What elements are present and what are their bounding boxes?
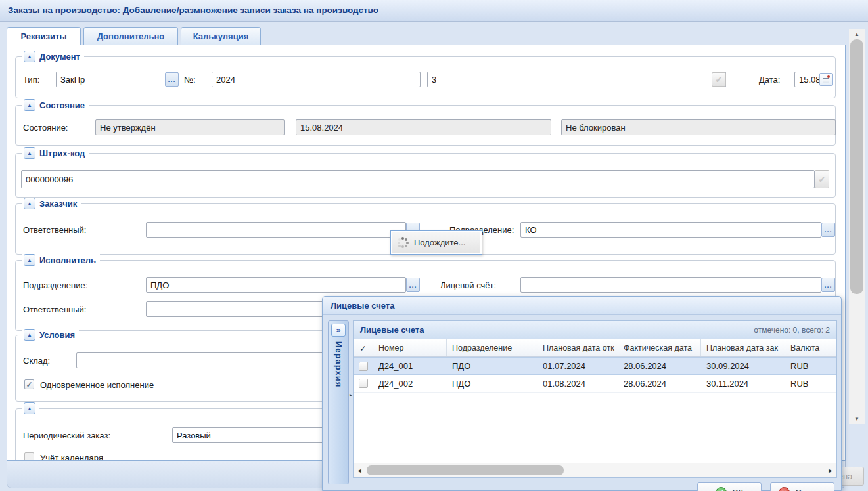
section-state: ▲ Состояние Состояние:	[15, 105, 836, 146]
section-barcode-title: Штрих-код	[39, 148, 85, 158]
executor-account-label: Лицевой счёт:	[440, 280, 496, 290]
tab-requisites[interactable]: Реквизиты	[7, 27, 81, 45]
section-customer-title: Заказчик	[39, 199, 77, 209]
number-year-input[interactable]	[212, 72, 421, 87]
splitter-handle-icon[interactable]: ▸	[350, 392, 352, 398]
table-header-row: ✓ Номер Подразделение Плановая дата отк …	[354, 339, 836, 357]
section-conditions-title: Условия	[39, 330, 75, 340]
vertical-scrollbar[interactable]: ▲ ▼	[849, 29, 865, 424]
accounts-grid: Лицевые счета отмечено: 0, всего: 2 ✓ Но…	[353, 320, 837, 478]
collapse-icon[interactable]: ▲	[24, 51, 35, 62]
simultaneous-checkbox[interactable]: ✓	[24, 379, 34, 389]
state-date-field	[296, 119, 551, 135]
column-currency[interactable]: Валюта	[785, 339, 836, 356]
customer-responsible-label: Ответственный:	[23, 225, 86, 235]
accounts-grid-header: Лицевые счета отмечено: 0, всего: 2	[354, 321, 836, 339]
horizontal-scrollbar-thumb[interactable]	[367, 465, 564, 475]
type-label: Тип:	[23, 75, 39, 85]
warehouse-input[interactable]	[76, 352, 340, 368]
accounts-grid-title: Лицевые счета	[360, 325, 424, 335]
row-checkbox[interactable]	[359, 362, 368, 371]
ok-icon: ✔	[716, 487, 727, 491]
vertical-scrollbar-thumb[interactable]	[850, 39, 863, 294]
wait-popup-text: Подождите...	[414, 238, 465, 247]
horizontal-scrollbar[interactable]: ◄ ►	[354, 463, 836, 477]
collapse-icon[interactable]: ▲	[24, 402, 35, 414]
collapse-icon[interactable]: ▲	[24, 147, 35, 159]
executor-account-lookup-button[interactable]: ...	[821, 278, 835, 292]
executor-division-lookup-button[interactable]: ...	[406, 278, 420, 292]
cancel-icon: ✕	[779, 487, 790, 491]
date-label: Дата:	[759, 75, 780, 85]
hierarchy-expand-button[interactable]: »	[331, 324, 346, 337]
calendar-account-label: Учёт календаря	[40, 453, 103, 461]
hierarchy-panel-label: Иерархия	[334, 341, 344, 387]
spinner-icon	[398, 237, 409, 248]
cell-currency: RUB	[785, 357, 836, 375]
section-executor-title: Исполнитель	[39, 255, 96, 265]
barcode-input[interactable]	[21, 170, 815, 188]
number-input[interactable]	[427, 72, 726, 87]
accounts-popup: Лицевые счета » Иерархия ▸ Лицевые счета…	[322, 296, 842, 491]
cell-plan-open: 01.08.2024	[537, 375, 618, 393]
hierarchy-panel: » Иерархия	[328, 320, 349, 484]
collapse-icon[interactable]: ▲	[24, 198, 35, 209]
accounts-grid-counter: отмечено: 0, всего: 2	[754, 326, 830, 335]
column-plan-open[interactable]: Плановая дата отк	[537, 339, 618, 356]
row-checkbox[interactable]	[359, 379, 368, 388]
state-block-field	[561, 119, 836, 135]
executor-division-label: Подразделение:	[23, 280, 87, 290]
customer-division-lookup-button[interactable]: ...	[821, 223, 835, 237]
column-fact-date[interactable]: Фактическая дата	[618, 339, 701, 356]
executor-division-input[interactable]	[146, 277, 406, 293]
periodic-order-label: Периодический заказ:	[23, 431, 110, 440]
collapse-icon[interactable]: ▲	[24, 329, 35, 341]
cell-number: Д24_001	[373, 357, 447, 375]
calendar-account-checkbox[interactable]	[24, 452, 34, 461]
periodic-order-input[interactable]	[172, 427, 340, 443]
cell-division: ПДО	[447, 357, 537, 375]
tab-additional[interactable]: Дополнительно	[83, 27, 178, 45]
column-division[interactable]: Подразделение	[447, 339, 537, 356]
popup-cancel-label: Отмена	[795, 488, 826, 491]
executor-account-input[interactable]	[520, 277, 821, 293]
popup-ok-label: ОК	[732, 488, 744, 491]
section-document-title: Документ	[39, 52, 80, 62]
calendar-icon[interactable]	[819, 73, 833, 86]
section-document: ▲ Документ Тип: ... №: ✓ Дата:	[15, 56, 836, 98]
column-number[interactable]: Номер	[373, 339, 447, 356]
tab-calculation[interactable]: Калькуляция	[181, 27, 261, 45]
table-row[interactable]: Д24_001 ПДО 01.07.2024 28.06.2024 30.09.…	[354, 357, 836, 375]
cell-fact-date: 28.06.2024	[618, 375, 701, 393]
column-check[interactable]: ✓	[354, 339, 373, 356]
scroll-up-icon[interactable]: ▲	[849, 29, 865, 39]
type-input[interactable]	[56, 72, 178, 87]
barcode-confirm-icon[interactable]: ✓	[815, 170, 829, 188]
number-label: №:	[184, 75, 196, 85]
executor-responsible-label: Ответственный:	[23, 305, 86, 314]
checkbox-check-icon: ✓	[26, 380, 32, 389]
scroll-down-icon[interactable]: ▼	[849, 414, 865, 424]
customer-responsible-input[interactable]	[146, 222, 406, 238]
cell-division: ПДО	[447, 375, 537, 393]
scroll-right-icon[interactable]: ►	[825, 463, 836, 478]
column-plan-close[interactable]: Плановая дата зак	[701, 339, 785, 356]
customer-division-input[interactable]	[520, 222, 821, 238]
popup-ok-button[interactable]: ✔ ОК	[697, 482, 762, 491]
number-confirm-icon[interactable]: ✓	[712, 72, 726, 87]
window-title: Заказы на производство: Добавление/размн…	[8, 5, 378, 15]
cell-number: Д24_002	[373, 375, 447, 393]
collapse-icon[interactable]: ▲	[24, 254, 35, 266]
table-row[interactable]: Д24_002 ПДО 01.08.2024 28.06.2024 30.11.…	[354, 375, 836, 393]
accounts-popup-titlebar[interactable]: Лицевые счета	[323, 297, 841, 315]
cell-plan-close: 30.11.2024	[701, 375, 785, 393]
state-status-field	[95, 119, 285, 135]
popup-cancel-button[interactable]: ✕ Отмена	[770, 482, 834, 491]
warehouse-label: Склад:	[23, 356, 50, 366]
scroll-left-icon[interactable]: ◄	[354, 463, 365, 478]
section-barcode: ▲ Штрих-код ✓	[15, 153, 836, 198]
wait-popup: Подождите...	[390, 230, 482, 255]
collapse-icon[interactable]: ▲	[24, 99, 35, 111]
cell-fact-date: 28.06.2024	[618, 357, 701, 375]
type-lookup-button[interactable]: ...	[165, 72, 179, 87]
